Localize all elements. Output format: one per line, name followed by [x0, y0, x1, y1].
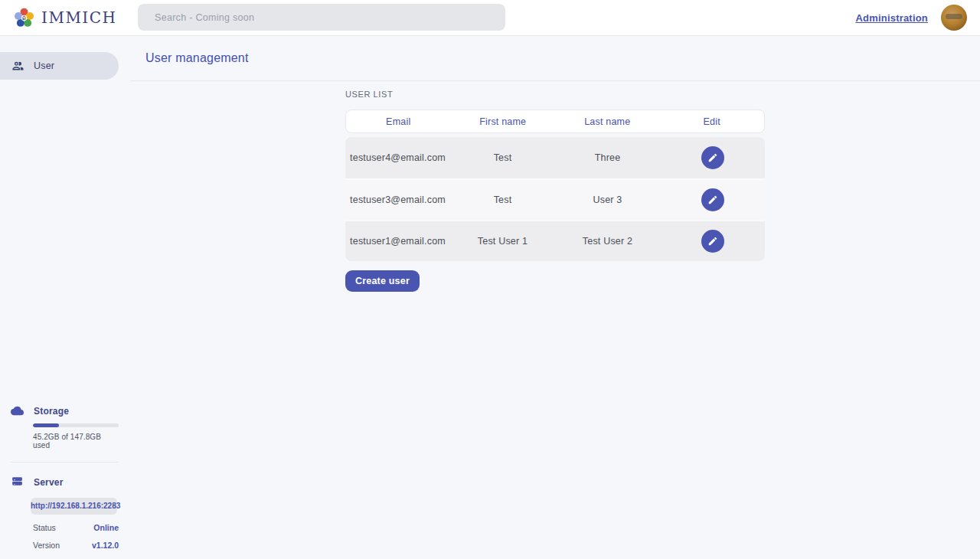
- cell-first-name: Test User 1: [450, 236, 555, 247]
- table-header-row: Email First name Last name Edit: [345, 110, 765, 133]
- cloud-icon: [11, 404, 24, 417]
- sidebar-item-user[interactable]: User: [0, 52, 119, 80]
- cell-last-name: User 3: [555, 195, 660, 205]
- table-row: testuser3@email.com Test User 3: [345, 178, 765, 220]
- column-header-edit: Edit: [660, 116, 765, 127]
- edit-user-button[interactable]: [701, 146, 724, 169]
- administration-link[interactable]: Administration: [855, 12, 928, 24]
- storage-usage-text: 45.2GB of 147.8GB used: [33, 433, 119, 449]
- cell-last-name: Test User 2: [555, 236, 660, 247]
- user-list-label: USER LIST: [345, 90, 765, 99]
- pencil-icon: [707, 236, 718, 247]
- cell-email: testuser4@email.com: [345, 152, 450, 163]
- column-header-first-name: First name: [451, 116, 556, 127]
- sidebar: User Storage 45.2GB of 147.8GB used: [0, 36, 130, 559]
- status-label: Status: [33, 523, 56, 532]
- top-bar: IMMICH Administration: [0, 0, 980, 36]
- sidebar-footer: Storage 45.2GB of 147.8GB used Server: [0, 404, 130, 559]
- user-avatar[interactable]: [941, 5, 967, 31]
- server-version-row: Version v1.12.0: [33, 541, 119, 550]
- pencil-icon: [707, 195, 718, 205]
- server-status-row: Status Online: [33, 523, 119, 532]
- version-value: v1.12.0: [92, 541, 119, 550]
- storage-progress-fill: [33, 423, 59, 427]
- storage-progress-bar: [33, 423, 119, 427]
- server-section: Server http://192.168.1.216:2283 Status …: [11, 476, 119, 550]
- pencil-icon: [707, 152, 718, 163]
- column-header-last-name: Last name: [555, 116, 660, 127]
- cell-first-name: Test: [450, 195, 555, 205]
- edit-user-button[interactable]: [701, 230, 724, 253]
- main-content: User management USER LIST Email First na…: [130, 36, 980, 559]
- cell-first-name: Test: [450, 152, 555, 163]
- server-url-badge: http://192.168.1.216:2283: [31, 498, 117, 515]
- logo-text: IMMICH: [41, 8, 117, 27]
- server-icon: [11, 476, 24, 489]
- status-value: Online: [93, 523, 119, 532]
- server-title: Server: [34, 477, 64, 488]
- search-input[interactable]: [138, 4, 505, 31]
- table-row: testuser4@email.com Test Three: [345, 137, 765, 178]
- cell-email: testuser1@email.com: [345, 236, 450, 247]
- edit-user-button[interactable]: [701, 188, 724, 211]
- immich-flower-icon: [11, 5, 37, 31]
- users-icon: [11, 60, 24, 73]
- storage-section: Storage 45.2GB of 147.8GB used: [11, 404, 119, 449]
- immich-app: IMMICH Administration User: [0, 0, 980, 559]
- user-table-body: testuser4@email.com Test Three te: [345, 137, 765, 261]
- cell-last-name: Three: [555, 152, 660, 163]
- footer-divider: [11, 462, 119, 463]
- cell-email: testuser3@email.com: [345, 195, 450, 205]
- sidebar-item-label: User: [34, 60, 54, 71]
- version-label: Version: [33, 541, 60, 550]
- create-user-button[interactable]: Create user: [345, 270, 420, 292]
- logo[interactable]: IMMICH: [11, 5, 117, 31]
- table-row: testuser1@email.com Test User 1 Test Use…: [345, 220, 765, 261]
- column-header-email: Email: [346, 116, 451, 127]
- storage-title: Storage: [34, 406, 69, 417]
- page-header: User management: [130, 36, 980, 81]
- page-title: User management: [145, 51, 249, 65]
- topbar-right: Administration: [855, 5, 967, 31]
